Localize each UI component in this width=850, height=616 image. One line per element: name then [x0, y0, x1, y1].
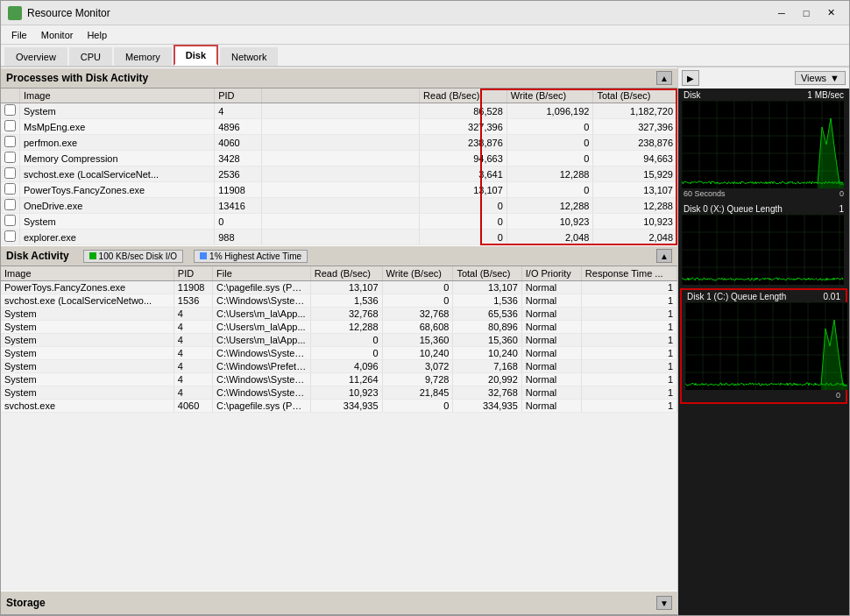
table-row[interactable]: Memory Compression 3428 94,663 0 94,663 [1, 151, 677, 166]
table-row[interactable]: perfmon.exe 4060 238,876 0 238,876 [1, 135, 677, 151]
row-checkbox[interactable] [1, 151, 20, 166]
row-image: OneDrive.exe [20, 198, 215, 214]
da-write: 0 [382, 400, 453, 413]
da-priority: Normal [521, 400, 581, 413]
list-item[interactable]: PowerToys.FancyZones.exe 11908 C:\pagefi… [1, 281, 677, 294]
row-image: explorer.exe [20, 230, 215, 245]
graph-nav-button[interactable]: ▶ [682, 70, 699, 86]
col-da-response[interactable]: Response Time ... [581, 266, 676, 281]
row-checkbox[interactable] [1, 214, 20, 230]
tab-cpu[interactable]: CPU [69, 47, 112, 66]
da-priority: Normal [521, 373, 581, 386]
row-write: 2,048 [506, 230, 593, 245]
da-image: System [1, 360, 174, 373]
disk0-label: Disk 0 (X:) Queue Length [684, 204, 783, 214]
processes-table-container[interactable]: Image PID Read (B/sec) Write (B/sec) Tot… [1, 89, 677, 245]
row-write: 0 [506, 135, 593, 151]
menu-monitor[interactable]: Monitor [34, 28, 81, 42]
table-row[interactable]: MsMpEng.exe 4896 327,396 0 327,396 [1, 119, 677, 135]
tab-memory[interactable]: Memory [114, 47, 172, 66]
menu-file[interactable]: File [4, 28, 34, 42]
row-pid: 3428 [215, 151, 262, 166]
storage-collapse-button[interactable]: ▼ [656, 596, 672, 610]
da-pid: 1536 [174, 294, 212, 308]
disk-graph-label: Disk [684, 90, 700, 100]
table-row[interactable]: explorer.exe 988 0 2,048 2,048 [1, 230, 677, 245]
row-checkbox[interactable] [1, 198, 20, 214]
da-priority: Normal [521, 386, 581, 400]
maximize-button[interactable]: □ [795, 4, 818, 22]
processes-collapse-button[interactable]: ▲ [656, 71, 672, 85]
list-item[interactable]: System 4 C:\Windows\System... 11,264 9,7… [1, 373, 677, 386]
da-image: System [1, 321, 174, 334]
row-checkbox[interactable] [1, 230, 20, 245]
row-checkbox[interactable] [1, 182, 20, 198]
row-spacer [262, 214, 420, 230]
tab-network[interactable]: Network [220, 47, 278, 66]
col-da-read[interactable]: Read (B/sec) [310, 266, 382, 281]
processes-section-header: Processes with Disk Activity ▲ [1, 67, 677, 89]
menu-help[interactable]: Help [80, 28, 114, 42]
list-item[interactable]: System 4 C:\Users\m_la\App... 12,288 68,… [1, 321, 677, 334]
table-row[interactable]: System 0 0 10,923 10,923 [1, 214, 677, 230]
disk0-graph [682, 215, 844, 285]
da-write: 10,240 [382, 347, 453, 360]
table-row[interactable]: svchost.exe (LocalServiceNet... 2536 3,6… [1, 166, 677, 182]
list-item[interactable]: svchost.exe 4060 C:\pagefile.sys (Pag...… [1, 400, 677, 413]
da-write: 21,845 [382, 386, 453, 400]
tab-overview[interactable]: Overview [4, 47, 67, 66]
da-total: 1,536 [453, 294, 521, 308]
da-file: C:\Users\m_la\App... [213, 321, 311, 334]
table-row[interactable]: OneDrive.exe 13416 0 12,288 12,288 [1, 198, 677, 214]
close-button[interactable]: ✕ [819, 4, 842, 22]
col-da-image[interactable]: Image [1, 266, 174, 281]
legend-green-dot [89, 252, 96, 259]
disk-graph-section: Disk 1 MB/sec 60 Seconds 0 [678, 89, 849, 201]
views-button[interactable]: Views ▼ [795, 71, 846, 85]
disk-activity-collapse-button[interactable]: ▲ [656, 249, 672, 263]
minimize-button[interactable]: ─ [770, 4, 793, 22]
list-item[interactable]: System 4 C:\Windows\System... 10,923 21,… [1, 386, 677, 400]
row-checkbox[interactable] [1, 135, 20, 151]
row-checkbox[interactable] [1, 166, 20, 182]
disk-activity-table-container[interactable]: Image PID File Read (B/sec) Write (B/sec… [1, 266, 677, 591]
row-write: 0 [506, 182, 593, 198]
list-item[interactable]: System 4 C:\Users\m_la\App... 0 15,360 1… [1, 334, 677, 347]
row-checkbox[interactable] [1, 119, 20, 135]
col-pid[interactable]: PID [215, 89, 262, 103]
da-pid: 4 [174, 386, 212, 400]
row-read: 0 [420, 214, 507, 230]
da-file: C:\Users\m_la\App... [213, 334, 311, 347]
col-check [1, 89, 20, 103]
list-item[interactable]: System 4 C:\Windows\Prefetc... 4,096 3,0… [1, 360, 677, 373]
da-image: PowerToys.FancyZones.exe [1, 281, 174, 294]
row-checkbox[interactable] [1, 103, 20, 119]
tab-disk[interactable]: Disk [174, 45, 218, 66]
col-da-write[interactable]: Write (B/sec) [382, 266, 453, 281]
row-write: 10,923 [506, 214, 593, 230]
col-da-file[interactable]: File [213, 266, 311, 281]
row-spacer [262, 103, 420, 119]
list-item[interactable]: svchost.exe (LocalServiceNetwo... 1536 C… [1, 294, 677, 308]
table-row[interactable]: System 4 86,528 1,096,192 1,182,720 [1, 103, 677, 119]
da-response: 1 [581, 373, 676, 386]
list-item[interactable]: System 4 C:\Users\m_la\App... 32,768 32,… [1, 308, 677, 321]
title-bar: Resource Monitor ─ □ ✕ [1, 1, 849, 25]
col-da-total[interactable]: Total (B/sec) [453, 266, 521, 281]
row-image: PowerToys.FancyZones.exe [20, 182, 215, 198]
col-total[interactable]: Total (B/sec) [593, 89, 677, 103]
col-da-pid[interactable]: PID [174, 266, 212, 281]
da-pid: 4 [174, 334, 212, 347]
window-title: Resource Monitor [27, 7, 770, 19]
da-priority: Normal [521, 321, 581, 334]
col-write[interactable]: Write (B/sec) [506, 89, 593, 103]
row-read: 327,396 [420, 119, 507, 135]
col-da-priority[interactable]: I/O Priority [521, 266, 581, 281]
da-image: svchost.exe (LocalServiceNetwo... [1, 294, 174, 308]
col-image[interactable]: Image [20, 89, 215, 103]
list-item[interactable]: System 4 C:\Windows\System... 0 10,240 1… [1, 347, 677, 360]
table-row[interactable]: PowerToys.FancyZones.exe 11908 13,107 0 … [1, 182, 677, 198]
col-read-spacer [262, 89, 420, 103]
col-read[interactable]: Read (B/sec) [420, 89, 507, 103]
row-read: 13,107 [420, 182, 507, 198]
